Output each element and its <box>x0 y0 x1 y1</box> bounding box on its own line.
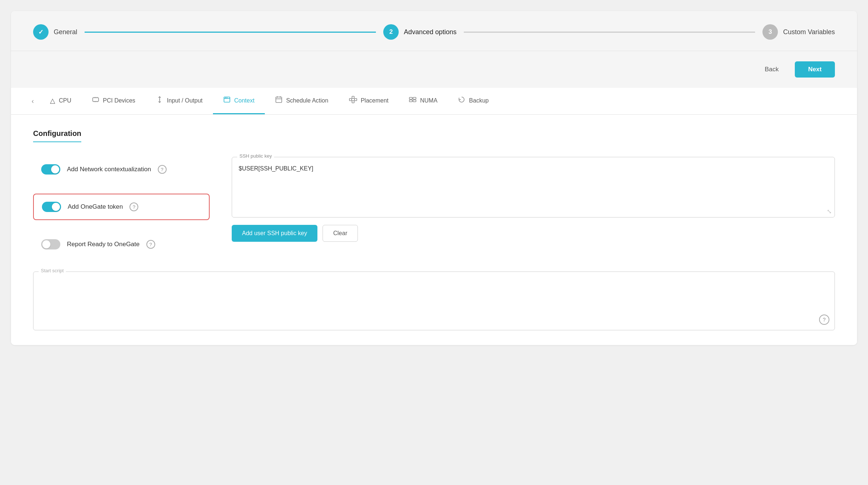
wizard-header: ✓ General 2 Advanced options 3 <box>11 11 857 51</box>
tab-context[interactable]: Context <box>213 88 265 114</box>
toggle-row-onegate: Add OneGate token ? <box>33 194 210 220</box>
ssh-actions: Add user SSH public key Clear <box>232 225 835 242</box>
tab-backup-label: Backup <box>469 97 488 104</box>
step-check-icon: ✓ <box>38 28 43 36</box>
ssh-key-label: SSH public key <box>237 153 274 159</box>
numa-tab-icon <box>409 96 416 105</box>
backup-tab-icon <box>458 96 465 105</box>
toggle-report[interactable] <box>41 239 60 249</box>
wizard-step-custom: 3 Custom Variables <box>762 24 835 40</box>
ssh-resize-icon: ⤡ <box>827 208 832 215</box>
cpu-tab-icon: △ <box>50 97 55 105</box>
tab-input-output[interactable]: Input / Output <box>146 88 213 114</box>
toggle-row-network: Add Network contextualization ? <box>33 157 210 182</box>
toggle-report-label: Report Ready to OneGate <box>67 241 140 248</box>
tab-pci-label: PCI Devices <box>103 97 135 104</box>
start-script-textarea[interactable] <box>33 272 835 329</box>
tab-io-label: Input / Output <box>167 97 203 104</box>
next-button[interactable]: Next <box>795 61 835 78</box>
ssh-key-textarea[interactable] <box>232 157 835 216</box>
svg-rect-27 <box>409 100 412 102</box>
toggle-network-help-icon[interactable]: ? <box>158 165 167 174</box>
add-ssh-button[interactable]: Add user SSH public key <box>232 225 317 242</box>
tab-cpu-label: CPU <box>59 97 71 104</box>
tab-cpu[interactable]: △ CPU <box>40 89 82 114</box>
wizard-actions: Back Next <box>11 51 857 88</box>
tabs-bar: ‹ △ CPU <box>11 88 857 115</box>
step-label-custom: Custom Variables <box>783 28 835 36</box>
step-label-advanced: Advanced options <box>404 28 456 36</box>
toggle-network[interactable] <box>41 164 60 175</box>
wizard-step-general: ✓ General <box>33 24 77 40</box>
schedule-tab-icon <box>275 96 282 105</box>
io-tab-icon <box>156 96 163 105</box>
toggle-network-label: Add Network contextualization <box>67 166 151 173</box>
svg-rect-26 <box>413 97 416 99</box>
back-button[interactable]: Back <box>754 61 789 78</box>
svg-rect-28 <box>413 100 416 102</box>
step-line-2 <box>464 32 755 33</box>
step-circle-custom: 3 <box>762 24 778 40</box>
svg-rect-0 <box>93 98 99 101</box>
tab-context-label: Context <box>234 97 255 104</box>
svg-rect-25 <box>409 97 412 99</box>
ssh-key-field-wrapper: SSH public key ⤡ <box>232 157 835 218</box>
toggle-row-report: Report Ready to OneGate ? <box>33 232 210 257</box>
context-tab-icon <box>223 96 231 105</box>
tab-backup[interactable]: Backup <box>448 88 499 114</box>
start-script-label: Start script <box>39 268 66 273</box>
step-number-advanced: 2 <box>389 28 392 36</box>
tab-numa[interactable]: NUMA <box>399 88 448 114</box>
toggle-onegate-label: Add OneGate token <box>68 203 123 211</box>
toggle-report-help-icon[interactable]: ? <box>146 240 155 249</box>
tab-pci-devices[interactable]: PCI Devices <box>82 88 146 114</box>
content-layout: Add Network contextualization ? Add OneG… <box>33 157 835 257</box>
tab-placement[interactable]: Placement <box>339 88 399 114</box>
step-circle-advanced: 2 <box>383 24 399 40</box>
right-panel: SSH public key ⤡ Add user SSH public key… <box>232 157 835 242</box>
step-circle-general: ✓ <box>33 24 49 40</box>
start-script-wrapper: Start script ? <box>33 272 835 330</box>
pci-tab-icon <box>92 96 99 105</box>
wizard-steps: ✓ General 2 Advanced options 3 <box>33 24 835 40</box>
step-number-custom: 3 <box>769 28 772 36</box>
clear-ssh-button[interactable]: Clear <box>323 225 358 242</box>
tab-schedule-label: Schedule Action <box>286 97 328 104</box>
step-line-1 <box>85 32 376 33</box>
section-title: Configuration <box>33 129 81 142</box>
svg-rect-17 <box>349 98 352 101</box>
svg-rect-13 <box>276 97 282 103</box>
left-panel: Add Network contextualization ? Add OneG… <box>33 157 210 257</box>
tab-placement-label: Placement <box>361 97 389 104</box>
toggle-onegate-help-icon[interactable]: ? <box>129 202 138 211</box>
tabs-nav-left-icon[interactable]: ‹ <box>26 89 40 113</box>
svg-rect-19 <box>355 98 357 101</box>
wizard-step-advanced: 2 Advanced options <box>383 24 456 40</box>
placement-tab-icon <box>349 96 357 105</box>
toggle-onegate[interactable] <box>42 202 61 212</box>
main-content: Configuration Add Network contextualizat… <box>11 115 857 345</box>
tab-numa-label: NUMA <box>420 97 437 104</box>
step-label-general: General <box>54 28 77 36</box>
start-script-help-icon[interactable]: ? <box>819 315 829 325</box>
tab-schedule-action[interactable]: Schedule Action <box>265 88 339 114</box>
